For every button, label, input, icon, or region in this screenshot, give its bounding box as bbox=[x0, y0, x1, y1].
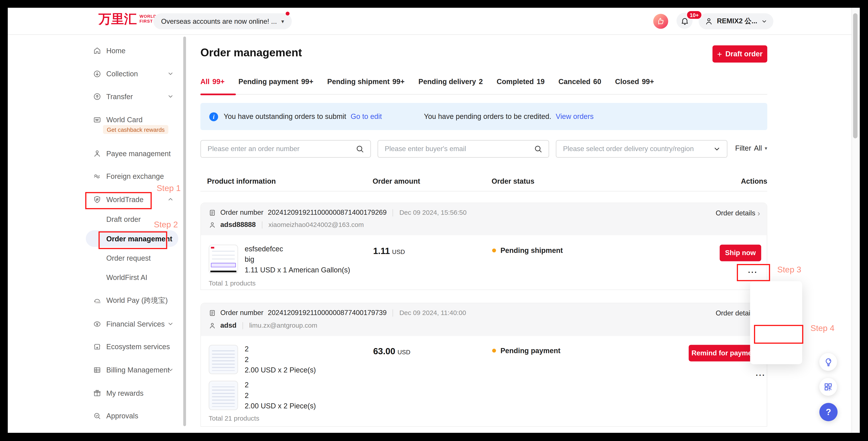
step1-label: Step 1 bbox=[157, 183, 181, 193]
approvals-icon bbox=[93, 411, 101, 420]
order-total: Total 21 products bbox=[209, 415, 259, 422]
user-icon bbox=[705, 17, 713, 25]
chevron-down-icon bbox=[761, 18, 767, 24]
order-status: Pending payment bbox=[492, 346, 560, 355]
sidebar-item-world-card[interactable]: World Card bbox=[93, 112, 143, 127]
lightbulb-icon bbox=[824, 357, 833, 367]
product-price-qty: 2.00 USD x 2 Piece(s) bbox=[245, 366, 316, 374]
step1-highlight-box bbox=[85, 192, 152, 209]
product-spec: 2 bbox=[245, 355, 249, 364]
page-title: Order management bbox=[200, 46, 302, 59]
chevron-down-icon[interactable] bbox=[167, 320, 174, 327]
product-price-qty: 2.00 USD x 2 Piece(s) bbox=[245, 402, 316, 410]
tab-pending-delivery[interactable]: Pending delivery2 bbox=[418, 77, 483, 94]
buyer-name: adsd88888 bbox=[220, 221, 256, 229]
order-details-link[interactable]: Order details › bbox=[716, 209, 760, 218]
tab-closed[interactable]: Closed99+ bbox=[615, 77, 654, 94]
sidebar-item-order-request[interactable]: Order request bbox=[106, 251, 151, 265]
document-icon bbox=[209, 309, 216, 316]
order-number-search[interactable] bbox=[200, 140, 371, 158]
order-amount: 1.11USD bbox=[373, 246, 405, 256]
tab-pending-shipment[interactable]: Pending shipment99+ bbox=[327, 77, 405, 94]
order-2-header: Order number 202412091921100000087740017… bbox=[201, 303, 767, 336]
order-card-1: Order number 202412091921100000087140017… bbox=[200, 202, 767, 290]
sidebar-item-approvals[interactable]: Approvals bbox=[93, 408, 138, 423]
sidebar-label: Financial Services bbox=[106, 320, 165, 328]
chevron-down-icon[interactable] bbox=[167, 367, 174, 373]
account-menu[interactable]: REMIX2 公... bbox=[699, 13, 773, 29]
sidebar-item-transfer[interactable]: Transfer bbox=[93, 89, 133, 103]
payee-icon bbox=[93, 149, 101, 157]
sidebar-item-home[interactable]: Home bbox=[93, 43, 125, 58]
sidebar-item-financial-services[interactable]: Financial Services bbox=[93, 317, 165, 331]
caret-down-icon: ▾ bbox=[765, 145, 767, 151]
order-datetime: Dec 09 2024, 15:56:50 bbox=[399, 209, 467, 217]
sidebar-label: Ecosystem services bbox=[106, 342, 170, 350]
tab-canceled[interactable]: Canceled60 bbox=[558, 77, 601, 94]
draft-order-button[interactable]: + Draft order bbox=[712, 45, 767, 63]
search-icon[interactable] bbox=[534, 145, 542, 153]
cashback-badge[interactable]: Get cashback rewards bbox=[103, 125, 168, 134]
step4-highlight-box bbox=[754, 325, 803, 344]
filter-dropdown[interactable]: Filter All ▾ bbox=[735, 144, 767, 152]
product-name: esfsedefcec bbox=[245, 245, 283, 253]
go-to-edit-link[interactable]: Go to edit bbox=[350, 112, 382, 121]
order-number-value: 2024120919211000000877400179739 bbox=[268, 309, 386, 317]
notification-badge: 10+ bbox=[686, 10, 702, 19]
announcement-banner[interactable]: Overseas accounts are now online! ... ▾ bbox=[153, 13, 292, 29]
order-card-2: Order number 202412091921100000087740017… bbox=[200, 303, 767, 427]
view-orders-link[interactable]: View orders bbox=[556, 112, 594, 121]
sidebar-item-my-rewards[interactable]: My rewards bbox=[93, 386, 144, 400]
help-button[interactable]: ? bbox=[819, 403, 838, 421]
logo-cn-text: 万里汇 bbox=[98, 13, 137, 25]
more-actions-button[interactable]: ... bbox=[753, 371, 768, 379]
sidebar-item-collection[interactable]: Collection bbox=[93, 66, 138, 81]
sidebar-label: Foreign exchange bbox=[106, 172, 164, 180]
account-name: REMIX2 公... bbox=[717, 17, 757, 26]
chevron-up-icon[interactable] bbox=[167, 196, 174, 202]
sidebar-label: World Card bbox=[106, 115, 143, 124]
thumbs-up-button[interactable] bbox=[653, 14, 668, 29]
sidebar-scrollbar[interactable] bbox=[183, 37, 186, 426]
tab-completed[interactable]: Completed19 bbox=[497, 77, 545, 94]
tab-pending-payment[interactable]: Pending payment99+ bbox=[239, 77, 313, 94]
chevron-down-icon bbox=[713, 145, 721, 153]
buyer-email-search[interactable] bbox=[378, 140, 549, 158]
buyer-icon bbox=[209, 221, 216, 228]
product-price-qty: 1.11 USD x 1 American Gallon(s) bbox=[245, 266, 350, 274]
status-dot bbox=[492, 349, 496, 352]
step4-label: Step 4 bbox=[810, 323, 835, 333]
qr-code-button[interactable] bbox=[819, 378, 837, 396]
currency: USD bbox=[392, 248, 405, 255]
sidebar-item-ecosystem-services[interactable]: Ecosystem services bbox=[93, 339, 170, 354]
chevron-down-icon[interactable] bbox=[167, 93, 174, 100]
search-icon[interactable] bbox=[355, 145, 364, 153]
step3-label: Step 3 bbox=[777, 265, 801, 274]
sidebar-item-worldfirst-ai[interactable]: WorldFirst AI bbox=[106, 270, 147, 285]
sidebar-label: Order request bbox=[106, 254, 151, 262]
order-number-input[interactable] bbox=[201, 145, 355, 153]
ship-now-button[interactable]: Ship now bbox=[719, 245, 761, 261]
divider bbox=[393, 309, 393, 316]
order-tabs: All99+ Pending payment99+ Pending shipme… bbox=[200, 77, 767, 94]
col-amount: Order amount bbox=[373, 177, 420, 185]
sidebar-label: Billing Management bbox=[106, 366, 169, 374]
tips-button[interactable] bbox=[819, 353, 837, 371]
sidebar-item-billing-management[interactable]: Billing Management bbox=[93, 363, 169, 377]
scrollbar-thumb[interactable] bbox=[853, 13, 858, 138]
sidebar-item-draft-order[interactable]: Draft order bbox=[106, 212, 141, 226]
buyer-email-input[interactable] bbox=[378, 145, 534, 153]
product-spec: big bbox=[245, 255, 254, 263]
info-icon: i bbox=[209, 112, 218, 121]
col-product: Product information bbox=[207, 177, 276, 185]
world-pay-icon: 1688 bbox=[93, 296, 101, 305]
sidebar-item-foreign-exchange[interactable]: Foreign exchange bbox=[93, 169, 164, 183]
sidebar-item-world-pay[interactable]: 1688 World Pay (跨境宝) bbox=[93, 293, 168, 308]
country-select[interactable]: Please select order delivery country/reg… bbox=[556, 140, 727, 158]
tab-all[interactable]: All99+ bbox=[200, 77, 224, 94]
sidebar-item-payee-management[interactable]: Payee management bbox=[93, 146, 170, 161]
product-spec: 2 bbox=[245, 391, 249, 400]
page-scrollbar[interactable] bbox=[851, 8, 860, 433]
chevron-down-icon[interactable] bbox=[167, 70, 174, 77]
col-actions: Actions bbox=[741, 177, 767, 185]
